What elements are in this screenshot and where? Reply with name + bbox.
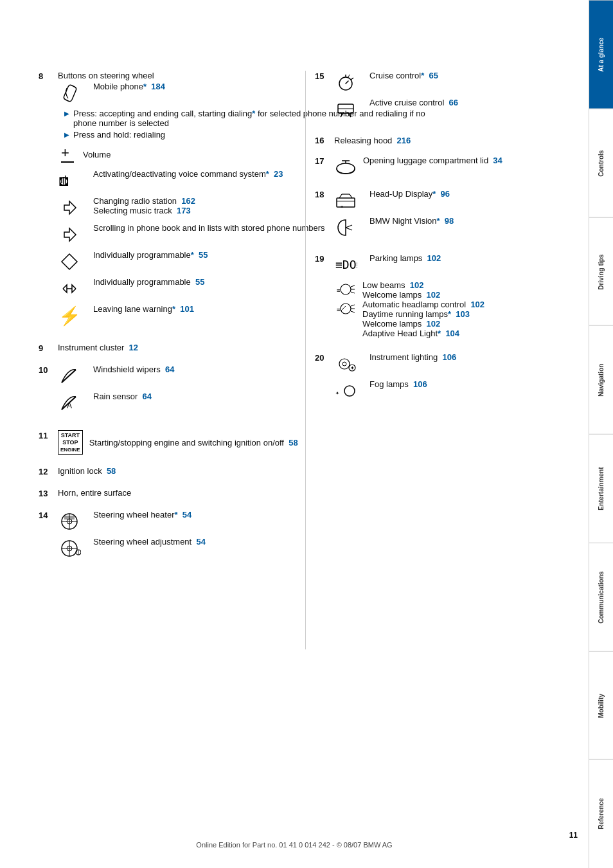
prog1-icon (58, 250, 93, 273)
cruise-text: Cruise control* 65 (369, 71, 458, 80)
section-12-content: Ignition lock 58 (58, 466, 450, 476)
tab-communications[interactable]: Communications (589, 543, 613, 651)
svg-text:≡: ≡ (341, 204, 343, 209)
svg-line-28 (348, 75, 350, 77)
night-vision-icon (334, 216, 369, 239)
svg-text:≡: ≡ (337, 307, 341, 313)
tab-controls[interactable]: Controls (589, 109, 613, 217)
active-cruise-icon (334, 98, 369, 121)
section-16-title: Releasing hood (334, 136, 392, 145)
sw-heater-text: Steering wheel heater* 54 (93, 510, 450, 520)
section-13: 13 Horn, entire surface (39, 488, 450, 498)
svg-text:✦: ✦ (350, 365, 355, 371)
sub2-text: Press and hold: redialing (73, 130, 165, 140)
parking-lamps-text: Parking lamps 102 (369, 253, 484, 263)
tab-reference[interactable]: Reference (589, 759, 613, 868)
triangle-icon-1: ▶ (64, 110, 69, 117)
svg-marker-6 (62, 254, 77, 269)
prog2-icon (58, 277, 93, 300)
column-divider (305, 71, 306, 649)
right-sidebar: At a glance Controls Driving tips Naviga… (589, 0, 613, 868)
section-20-content: ✦ Instrument lighting 106 ✦ (334, 352, 456, 406)
instrument-lighting-row: ✦ Instrument lighting 106 (334, 352, 456, 375)
section-14-num: 14 (39, 510, 58, 520)
section-11-text: Starting/stopping engine and switching i… (89, 438, 298, 448)
section-19-content: ≡DO≡ Parking lamps 102 (334, 253, 484, 342)
hud-row: ≡ Head-Up Display* 96 (334, 189, 454, 212)
svg-point-60 (344, 386, 355, 396)
section-14-content: Steering wheel heater* 54 Steeri (58, 510, 450, 564)
mobile-phone-star: * (143, 82, 147, 91)
svg-line-48 (351, 292, 355, 293)
section-12-title: Ignition lock (58, 466, 102, 476)
section-15: 15 Cruise control* 65 (315, 71, 565, 125)
section-18-num: 18 (315, 189, 334, 199)
section-20-num: 20 (315, 352, 334, 363)
svg-point-55 (339, 359, 350, 369)
svg-line-27 (351, 78, 353, 80)
low-beams-group: ≡ ≡ Low beams 102 Welcome lamps 102 (334, 280, 484, 338)
section-13-title: Horn, entire surface (58, 488, 131, 498)
plus-minus-icon: + (61, 146, 74, 163)
tab-navigation[interactable]: Navigation (589, 325, 613, 434)
section-12-num: 12 (39, 466, 58, 476)
phone-icon (58, 82, 93, 105)
section-16: 16 Releasing hood 216 (315, 135, 565, 145)
svg-point-45 (341, 284, 351, 294)
low-beams-text-group: Low beams 102 Welcome lamps 102 Automati… (362, 280, 484, 338)
night-vision-row: BMW Night Vision* 98 (334, 216, 454, 239)
svg-line-31 (348, 113, 351, 117)
section-12-ref[interactable]: 58 (107, 466, 116, 476)
radio-icon (58, 196, 93, 219)
hud-icon: ≡ (334, 189, 369, 212)
section-11-content: STARTSTOPENGINE Starting/stopping engine… (58, 430, 450, 455)
sw-adjust-icon (58, 537, 93, 560)
scroll-icon (58, 223, 93, 246)
mobile-phone-ref[interactable]: 184 (151, 82, 165, 91)
triangle-icon-2: ▶ (64, 131, 69, 138)
section-19-header: 19 ≡DO≡ Parking lamps 102 (315, 253, 565, 342)
svg-point-56 (342, 362, 346, 366)
fog-lamps-icon: ✦ (334, 379, 369, 402)
svg-text:≡: ≡ (337, 287, 341, 294)
section-9-ref[interactable]: 12 (129, 343, 138, 352)
section-9-title: Instrument cluster (58, 343, 124, 352)
svg-line-43 (346, 228, 352, 230)
svg-marker-5 (64, 228, 76, 241)
section-13-num: 13 (39, 488, 58, 498)
svg-line-53 (351, 311, 355, 312)
night-vision-text: BMW Night Vision* 98 (369, 216, 454, 226)
svg-line-47 (351, 285, 355, 287)
section-17: 17 Opening luggage compartment lid 34 (315, 156, 565, 179)
tab-at-a-glance[interactable]: At a glance (589, 0, 613, 109)
section-18-header: 18 ≡ Head-Up Display* 9 (315, 189, 565, 243)
start-stop-icon: STARTSTOPENGINE (58, 430, 83, 455)
fog-lamps-text: Fog lamps 106 (369, 379, 456, 389)
active-cruise-row: Active cruise control 66 (334, 98, 458, 121)
svg-line-30 (341, 113, 343, 117)
tab-mobility[interactable]: Mobility (589, 651, 613, 760)
section-15-content: Cruise control* 65 Active crui (334, 71, 458, 125)
hud-text: Head-Up Display* 96 (369, 189, 454, 199)
svg-line-38 (339, 194, 342, 198)
section-14: 14 Steering wheel heater* 54 (39, 510, 450, 564)
sw-adjust-row: Steering wheel adjustment 54 (58, 537, 450, 560)
section-12: 12 Ignition lock 58 (39, 466, 450, 476)
section-20-header: 20 ✦ Instrument lighting 106 (315, 352, 565, 406)
section-15-num: 15 (315, 71, 334, 81)
cruise-icon (334, 71, 369, 94)
section-11-num: 11 (39, 430, 58, 440)
section-16-row: 16 Releasing hood 216 (315, 135, 565, 145)
svg-line-39 (350, 194, 352, 198)
section-16-ref[interactable]: 216 (397, 136, 411, 145)
svg-line-52 (351, 305, 355, 306)
tab-entertainment[interactable]: Entertainment (589, 434, 613, 543)
section-15-header: 15 Cruise control* 65 (315, 71, 565, 125)
active-cruise-text: Active cruise control 66 (369, 98, 458, 107)
tab-driving-tips[interactable]: Driving tips (589, 217, 613, 326)
section-19-num: 19 (315, 253, 334, 264)
instrument-lighting-icon: ✦ (334, 352, 369, 375)
lane-icon: ⚡ (58, 304, 93, 327)
section-17-row: 17 Opening luggage compartment lid 34 (315, 156, 565, 179)
section-11: 11 STARTSTOPENGINE Starting/stopping eng… (39, 430, 450, 455)
